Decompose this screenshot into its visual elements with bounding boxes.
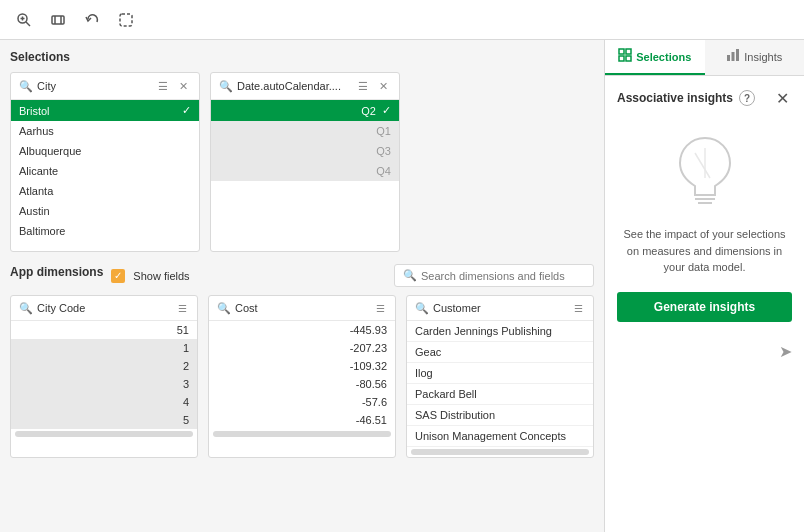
city-close-icon[interactable]: ✕ (175, 78, 191, 94)
insights-panel: Associative insights ? ✕ (605, 76, 804, 373)
city-item-atlanta[interactable]: Atlanta (11, 181, 199, 201)
date-filter-title: Date.autoCalendar.... (237, 80, 351, 92)
customer-menu-icon[interactable]: ☰ (571, 301, 585, 315)
cost-val-0[interactable]: -445.93 (209, 321, 395, 339)
svg-rect-10 (619, 56, 624, 61)
date-item-q3[interactable]: Q3 (211, 141, 399, 161)
svg-rect-9 (626, 49, 631, 54)
date-item-q1[interactable]: Q1 (211, 121, 399, 141)
svg-rect-8 (619, 49, 624, 54)
city-item-alicante[interactable]: Alicante (11, 161, 199, 181)
cost-val-3[interactable]: -80.56 (209, 375, 395, 393)
insights-header: Associative insights ? ✕ (617, 88, 792, 108)
insights-header-left: Associative insights ? (617, 90, 755, 106)
dim-cards-row: 🔍 City Code ☰ 51 1 2 3 4 (10, 295, 594, 458)
insights-body-text: See the impact of your selections on mea… (617, 226, 792, 276)
city-code-val-5[interactable]: 5 (11, 411, 197, 429)
dimensions-search-bar[interactable]: 🔍 (394, 264, 594, 287)
date-list-icon[interactable]: ☰ (355, 78, 371, 94)
fit-selection-button[interactable] (44, 6, 72, 34)
city-item-albuquerque[interactable]: Albuquerque (11, 141, 199, 161)
date-close-icon[interactable]: ✕ (375, 78, 391, 94)
city-code-scrollbar[interactable] (15, 431, 193, 437)
customer-item-2[interactable]: Ilog (407, 363, 593, 384)
city-code-value: 3 (183, 378, 189, 390)
city-code-value: 51 (177, 324, 189, 336)
city-item-aarhus[interactable]: Aarhus (11, 121, 199, 141)
toolbar (0, 0, 804, 40)
right-panel: Selections Insights Associative insights… (604, 40, 804, 532)
lasso-button[interactable] (112, 6, 140, 34)
show-fields-label: Show fields (133, 270, 189, 282)
selections-row: 🔍 City ☰ ✕ Bristol ✓ Aarhus Albuquerque … (10, 72, 594, 252)
city-code-val-1[interactable]: 1 (11, 339, 197, 357)
svg-line-1 (26, 22, 30, 26)
city-code-val-3[interactable]: 3 (11, 375, 197, 393)
city-code-search-icon: 🔍 (19, 302, 33, 315)
date-item-q4[interactable]: Q4 (211, 161, 399, 181)
city-list-icon[interactable]: ☰ (155, 78, 171, 94)
cost-header: 🔍 Cost ☰ (209, 296, 395, 321)
cost-scrollbar[interactable] (213, 431, 391, 437)
city-code-val-0[interactable]: 51 (11, 321, 197, 339)
app-dim-left: App dimensions ✓ Show fields (10, 265, 190, 287)
svg-line-19 (695, 153, 710, 178)
customer-header: 🔍 Customer ☰ (407, 296, 593, 321)
cost-val-5[interactable]: -46.51 (209, 411, 395, 429)
city-filter-header: 🔍 City ☰ ✕ (11, 73, 199, 100)
city-code-card: 🔍 City Code ☰ 51 1 2 3 4 (10, 295, 198, 458)
cost-menu-icon[interactable]: ☰ (373, 301, 387, 315)
customer-item-3[interactable]: Packard Bell (407, 384, 593, 405)
city-item-bristol[interactable]: Bristol ✓ (11, 100, 199, 121)
zoom-in-button[interactable] (10, 6, 38, 34)
svg-rect-12 (727, 55, 730, 61)
dimensions-search-icon: 🔍 (403, 269, 417, 282)
tab-insights[interactable]: Insights (705, 40, 805, 75)
city-item-austin[interactable]: Austin (11, 201, 199, 221)
date-filter-header: 🔍 Date.autoCalendar.... ☰ ✕ (211, 73, 399, 100)
city-code-val-4[interactable]: 4 (11, 393, 197, 411)
show-fields-checkbox[interactable]: ✓ (111, 269, 125, 283)
cursor-indicator: ➤ (779, 342, 792, 361)
generate-insights-button[interactable]: Generate insights (617, 292, 792, 322)
customer-item-1[interactable]: Geac (407, 342, 593, 363)
tab-selections[interactable]: Selections (605, 40, 705, 75)
city-code-value: 4 (183, 396, 189, 408)
city-filter-box: 🔍 City ☰ ✕ Bristol ✓ Aarhus Albuquerque … (10, 72, 200, 252)
main-container: Selections 🔍 City ☰ ✕ Bristol ✓ Aarhus A… (0, 40, 804, 532)
dimensions-search-input[interactable] (421, 270, 585, 282)
svg-rect-13 (732, 52, 735, 61)
app-dim-top-row: App dimensions ✓ Show fields 🔍 (10, 264, 594, 287)
date-item-q2[interactable]: Q2 ✓ (211, 100, 399, 121)
cost-val-1[interactable]: -207.23 (209, 339, 395, 357)
cost-search-icon: 🔍 (217, 302, 231, 315)
cost-card: 🔍 Cost ☰ -445.93 -207.23 -109.32 -80.56 … (208, 295, 396, 458)
date-search-icon: 🔍 (219, 80, 233, 93)
city-code-val-2[interactable]: 2 (11, 357, 197, 375)
customer-item-5[interactable]: Unison Management Concepts (407, 426, 593, 447)
help-icon[interactable]: ? (739, 90, 755, 106)
tab-selections-label: Selections (636, 51, 691, 63)
city-item-baltimore[interactable]: Baltimore (11, 221, 199, 241)
cost-title: Cost (235, 302, 369, 314)
date-filter-box: 🔍 Date.autoCalendar.... ☰ ✕ Q2 ✓ Q1 Q3 Q… (210, 72, 400, 252)
undo-button[interactable] (78, 6, 106, 34)
cost-val-2[interactable]: -109.32 (209, 357, 395, 375)
selections-tab-icon (618, 48, 632, 65)
selections-title: Selections (10, 50, 594, 64)
insights-tab-icon (726, 48, 740, 65)
city-code-value: 1 (183, 342, 189, 354)
city-code-value: 5 (183, 414, 189, 426)
lightbulb-icon (675, 130, 735, 210)
city-search-icon: 🔍 (19, 80, 33, 93)
customer-card: 🔍 Customer ☰ Carden Jennings Publishing … (406, 295, 594, 458)
insights-close-button[interactable]: ✕ (772, 88, 792, 108)
city-code-menu-icon[interactable]: ☰ (175, 301, 189, 315)
customer-scrollbar[interactable] (411, 449, 589, 455)
svg-rect-4 (52, 16, 64, 24)
customer-item-0[interactable]: Carden Jennings Publishing (407, 321, 593, 342)
svg-rect-7 (120, 14, 132, 26)
cost-val-4[interactable]: -57.6 (209, 393, 395, 411)
left-panel: Selections 🔍 City ☰ ✕ Bristol ✓ Aarhus A… (0, 40, 604, 532)
customer-item-4[interactable]: SAS Distribution (407, 405, 593, 426)
